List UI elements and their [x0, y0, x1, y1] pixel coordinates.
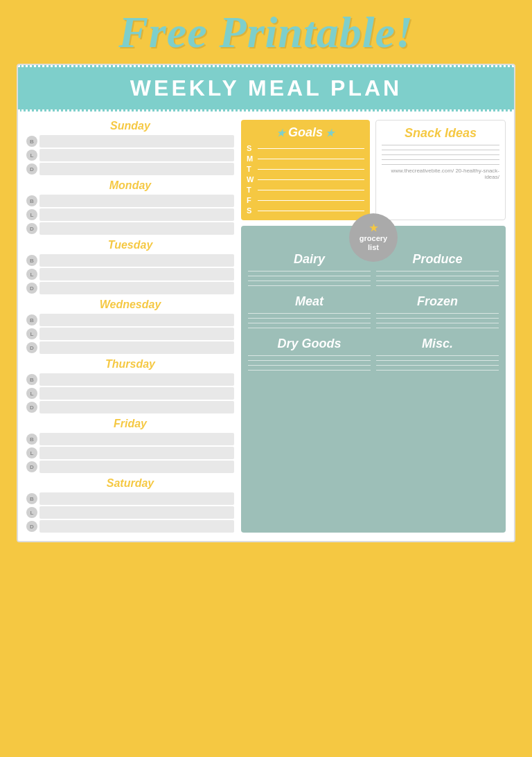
goal-row: M	[247, 154, 364, 163]
meal-row: B	[26, 254, 234, 267]
day-block-friday: FridayBLD	[26, 418, 234, 473]
meal-input-box[interactable]	[39, 506, 234, 519]
day-label-tuesday: Tuesday	[26, 239, 234, 251]
meal-input-box[interactable]	[39, 492, 234, 505]
planner-title: WEEKLY MEAL PLAN	[32, 75, 500, 101]
meal-row: B	[26, 314, 234, 326]
day-block-monday: MondayBLD	[26, 179, 234, 235]
meal-row: D	[26, 163, 234, 175]
meal-input-box[interactable]	[39, 341, 234, 354]
grocery-category-misc.: Misc.	[376, 337, 499, 373]
meal-input-box[interactable]	[39, 208, 234, 221]
grocery-category-frozen: Frozen	[376, 294, 499, 331]
day-label-monday: Monday	[26, 179, 234, 192]
goal-day-letter: M	[247, 154, 255, 163]
day-block-wednesday: WednesdayBLD	[26, 299, 234, 354]
grocery-line	[248, 328, 371, 328]
meal-row: L	[26, 328, 234, 340]
meal-input-box[interactable]	[39, 163, 234, 175]
goal-row: S	[247, 144, 364, 152]
grocery-line	[376, 276, 499, 276]
grocery-line	[376, 360, 499, 361]
goal-line	[258, 211, 364, 211]
goals-title: ★ Goals ★	[247, 125, 364, 140]
meal-letter-circle: B	[26, 434, 37, 445]
grocery-category-produce: Produce	[376, 252, 499, 289]
grocery-line	[248, 280, 371, 281]
meal-row: B	[26, 135, 234, 148]
meal-letter-circle: B	[26, 493, 37, 504]
day-block-thursday: ThursdayBLD	[26, 358, 234, 413]
badge-star: ★	[369, 222, 378, 234]
meal-row: L	[26, 268, 234, 280]
grocery-line	[248, 355, 371, 356]
meal-input-box[interactable]	[39, 222, 234, 235]
goal-line	[258, 148, 364, 149]
day-block-tuesday: TuesdayBLD	[26, 239, 234, 294]
meal-input-box[interactable]	[39, 135, 234, 148]
meal-row: B	[26, 195, 234, 207]
meal-row: L	[26, 208, 234, 221]
meal-input-box[interactable]	[39, 520, 234, 533]
category-title: Dairy	[248, 252, 371, 267]
day-label-thursday: Thursday	[26, 358, 234, 371]
grocery-line	[376, 365, 499, 366]
meal-input-box[interactable]	[39, 268, 234, 280]
meal-row: D	[26, 520, 234, 533]
right-column: ★ Goals ★ SMTWTFS Snack Ideas www.thecre…	[241, 120, 506, 533]
snack-url: www.thecreativebite.com/ 20-healthy-snac…	[382, 168, 499, 180]
meal-input-box[interactable]	[39, 387, 234, 400]
meal-input-box[interactable]	[39, 195, 234, 207]
meal-input-box[interactable]	[39, 401, 234, 413]
meal-letter-circle: D	[26, 461, 37, 472]
meal-input-box[interactable]	[39, 461, 234, 473]
meal-input-box[interactable]	[39, 373, 234, 386]
meal-input-box[interactable]	[39, 282, 234, 294]
grocery-line	[248, 318, 371, 319]
category-title: Misc.	[376, 337, 499, 351]
star-icon-left: ★	[276, 127, 285, 139]
goal-day-letter: S	[247, 144, 255, 152]
meal-letter-circle: L	[26, 209, 37, 220]
goal-row: F	[247, 196, 364, 204]
goal-row: W	[247, 175, 364, 184]
meal-row: D	[26, 461, 234, 473]
grocery-category-dairy: Dairy	[248, 252, 371, 289]
planner-card: WEEKLY MEAL PLAN SundayBLDMondayBLDTuesd…	[17, 64, 515, 542]
snack-line	[382, 154, 499, 155]
meal-letter-circle: D	[26, 521, 37, 532]
meal-input-box[interactable]	[39, 254, 234, 267]
page-title: Free Printable!	[118, 7, 414, 58]
grocery-line	[248, 360, 371, 361]
snack-line	[382, 145, 499, 145]
meal-input-box[interactable]	[39, 447, 234, 459]
meal-letter-circle: L	[26, 328, 37, 339]
category-title: Produce	[376, 252, 499, 267]
grocery-line	[248, 323, 371, 323]
planner-header: WEEKLY MEAL PLAN	[18, 65, 514, 112]
meal-letter-circle: D	[26, 223, 37, 234]
meal-letter-circle: D	[26, 402, 37, 413]
day-label-sunday: Sunday	[26, 120, 234, 132]
snack-line	[382, 164, 499, 165]
meal-row: L	[26, 447, 234, 459]
meal-input-box[interactable]	[39, 314, 234, 326]
goal-line	[258, 190, 364, 190]
goals-box: ★ Goals ★ SMTWTFS	[241, 120, 370, 220]
meal-letter-circle: D	[26, 283, 37, 294]
grocery-badge: ★ grocerylist	[349, 213, 398, 262]
meal-letter-circle: L	[26, 150, 37, 161]
goal-line	[258, 200, 364, 201]
goal-line	[258, 169, 364, 170]
meal-input-box[interactable]	[39, 149, 234, 161]
category-title: Frozen	[376, 294, 499, 309]
snack-title: Snack Ideas	[382, 126, 499, 141]
category-title: Meat	[248, 294, 371, 309]
snack-line	[382, 159, 499, 160]
meal-letter-circle: D	[26, 342, 37, 353]
grocery-line	[248, 271, 371, 271]
meal-letter-circle: D	[26, 163, 37, 175]
meal-input-box[interactable]	[39, 328, 234, 340]
meal-letter-circle: L	[26, 388, 37, 399]
meal-input-box[interactable]	[39, 433, 234, 445]
